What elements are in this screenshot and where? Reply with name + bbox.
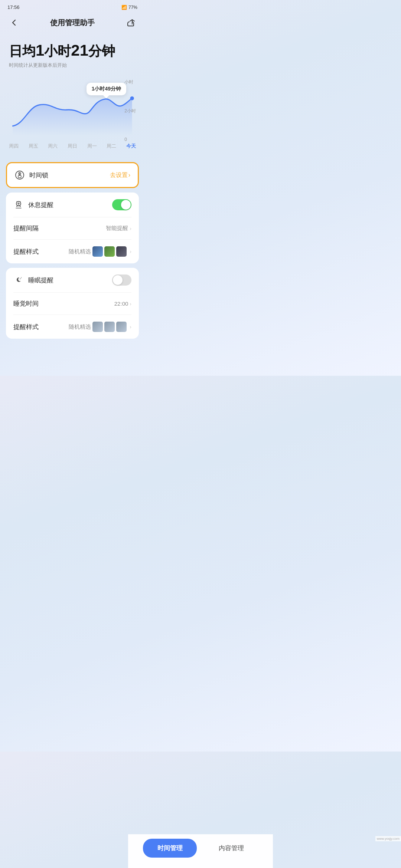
reminder-interval-value: 智能提醒 (106, 225, 128, 232)
rest-reminder-toggle[interactable] (112, 199, 131, 210)
reminder-style-right: 随机精选 › (69, 246, 131, 257)
y-label-mid: 2小时 (124, 108, 136, 114)
daily-avg-subtitle: 时间统计从更新版本后开始 (9, 62, 136, 69)
sleep-time-value: 22:00 (114, 300, 128, 307)
status-time: 17:56 (7, 4, 20, 10)
sleep-style-thumbs (92, 322, 127, 332)
cards-section: 时间锁 去设置 › 休息提醒 (0, 153, 145, 339)
reminder-interval-row[interactable]: 提醒间隔 智能提醒 › (6, 217, 139, 239)
sleep-reminder-row: z z 睡眠提醒 (6, 268, 139, 292)
reminder-interval-label: 提醒间隔 (13, 224, 39, 233)
rest-reminder-left: 休息提醒 (13, 200, 53, 210)
chevron-icon-2: › (130, 249, 131, 254)
toggle-thumb (121, 200, 131, 210)
daily-prefix: 日均 (9, 43, 36, 59)
chart-tooltip: 1小时49分钟 (87, 83, 126, 95)
x-label-mon: 周一 (87, 143, 97, 149)
sleep-reminder-style-row[interactable]: 提醒样式 随机精选 › (6, 315, 139, 339)
thumb-3 (116, 246, 127, 257)
reminder-style-value: 随机精选 (69, 248, 91, 255)
sleep-time-row[interactable]: 睡觉时间 22:00 › (6, 293, 139, 315)
chevron-icon-1: › (130, 226, 131, 231)
chevron-icon-4: › (130, 324, 131, 330)
chevron-icon-3: › (130, 301, 131, 307)
rest-reminder-icon (13, 200, 24, 210)
x-label-fri: 周五 (29, 143, 38, 149)
x-label-sun: 周日 (68, 143, 77, 149)
sleep-reminder-style-label: 提醒样式 (13, 323, 39, 331)
sleep-reminder-label: 睡眠提醒 (28, 276, 53, 285)
rest-reminder-label: 休息提醒 (28, 201, 53, 209)
back-button[interactable] (7, 16, 21, 29)
x-label-thu: 周四 (9, 143, 19, 149)
y-label-bottom: 0 (124, 137, 136, 142)
y-label-top: 小时 (124, 79, 136, 85)
sleep-thumb-2 (104, 322, 115, 332)
sleep-thumb-3 (116, 322, 127, 332)
status-icons: 📶 77% (121, 5, 137, 10)
minute-number: 21 (71, 42, 88, 59)
sleep-reminder-toggle[interactable] (112, 274, 131, 286)
reminder-style-thumbs (92, 246, 127, 257)
daily-average-title: 日均1小时21分钟 (9, 41, 136, 60)
go-setting-button[interactable]: 去设置 › (110, 171, 130, 179)
rest-reminder-card: 休息提醒 提醒间隔 智能提醒 › 提醒样式 随机精选 (6, 193, 139, 263)
reminder-style-row[interactable]: 提醒样式 随机精选 › (6, 240, 139, 263)
reminder-interval-right: 智能提醒 › (106, 225, 131, 232)
hour-number: 1 (36, 42, 44, 59)
hour-unit: 小时 (44, 43, 71, 59)
page-title: 使用管理助手 (50, 18, 95, 28)
sleep-time-right: 22:00 › (114, 300, 131, 307)
sleep-reminder-left: z z 睡眠提醒 (13, 275, 53, 285)
thumb-2 (104, 246, 115, 257)
sleep-toggle-thumb (113, 275, 123, 285)
battery-text: 77% (128, 5, 137, 10)
rest-reminder-row: 休息提醒 (6, 193, 139, 217)
thumb-1 (92, 246, 103, 257)
time-lock-row: 时间锁 去设置 › (7, 163, 138, 187)
header: 使用管理助手 (0, 13, 145, 35)
time-lock-left: 时间锁 (14, 170, 48, 180)
time-lock-card: 时间锁 去设置 › (6, 162, 139, 188)
time-lock-label: 时间锁 (29, 171, 48, 180)
daily-average-section: 日均1小时21分钟 时间统计从更新版本后开始 (0, 35, 145, 72)
sleep-style-value: 随机精选 (69, 323, 91, 331)
sleep-reminder-style-right: 随机精选 › (69, 322, 131, 332)
signal-icon: 📶 (121, 5, 127, 10)
time-lock-icon (14, 170, 25, 180)
sleep-icon: z z (13, 275, 24, 285)
svg-text:z: z (21, 276, 22, 279)
reminder-style-label: 提醒样式 (13, 247, 39, 256)
chart-x-labels: 周四 周五 周六 周日 周一 周二 今天 (9, 143, 136, 149)
share-button[interactable] (124, 16, 137, 29)
x-label-tue: 周二 (107, 143, 116, 149)
x-label-today: 今天 (126, 143, 136, 149)
x-label-sat: 周六 (48, 143, 58, 149)
sleep-time-label: 睡觉时间 (13, 299, 39, 308)
sleep-thumb-1 (92, 322, 103, 332)
usage-chart: 1小时49分钟 小时 2小时 0 周四 周五 周六 周日 周一 周二 今天 (0, 79, 145, 153)
status-bar: 17:56 📶 77% (0, 0, 145, 13)
sleep-reminder-card: z z 睡眠提醒 睡觉时间 22:00 › 提醒样式 (6, 268, 139, 339)
minute-unit: 分钟 (88, 43, 115, 59)
